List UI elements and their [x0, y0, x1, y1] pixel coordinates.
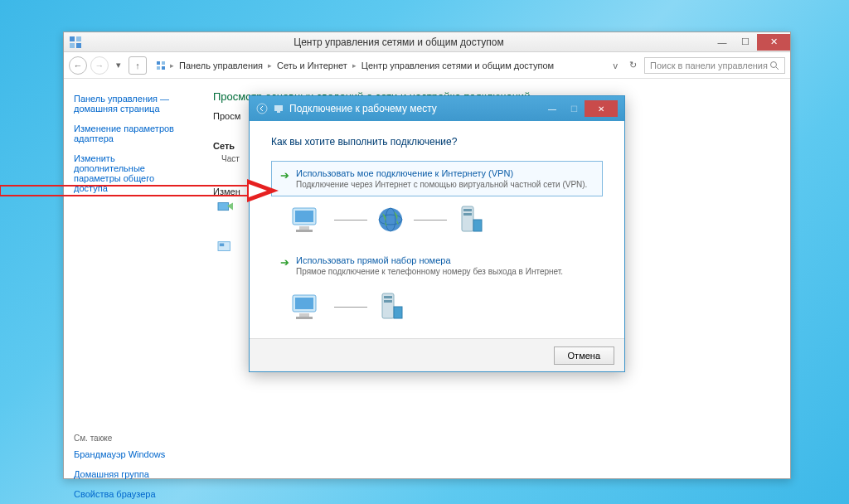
- svg-rect-29: [295, 298, 313, 309]
- option-dialup-title: Использовать прямой набор номера: [296, 255, 594, 265]
- dialog-minimize-button[interactable]: —: [541, 100, 563, 117]
- crumb-2[interactable]: Сеть и Интернет: [275, 59, 349, 72]
- dialog-title: Подключение к рабочему месту: [289, 103, 437, 114]
- maximize-button[interactable]: ☐: [734, 34, 757, 51]
- svg-rect-18: [295, 211, 313, 222]
- dialog-footer: Отмена: [250, 338, 624, 371]
- search-placeholder: Поиск в панели управления: [650, 61, 768, 70]
- dialog-maximize-button[interactable]: ☐: [563, 100, 585, 117]
- svg-line-9: [776, 67, 779, 70]
- svg-rect-3: [76, 43, 81, 48]
- crumb-3[interactable]: Центр управления сетями и общим доступом: [360, 59, 555, 72]
- see-also-homegroup[interactable]: Домашняя группа: [74, 469, 187, 479]
- up-button[interactable]: ↑: [129, 56, 147, 75]
- minimize-button[interactable]: —: [711, 34, 734, 51]
- forward-button[interactable]: →: [90, 56, 109, 75]
- search-icon: [769, 61, 779, 70]
- address-dropdown[interactable]: v: [609, 58, 623, 73]
- svg-rect-0: [70, 36, 75, 41]
- crumb-1[interactable]: Панель управления: [177, 59, 264, 72]
- computer-icon: [289, 205, 326, 235]
- svg-rect-25: [463, 209, 472, 211]
- dialog-heading: Как вы хотите выполнить подключение?: [271, 136, 603, 148]
- server-icon: [455, 203, 485, 236]
- window-title: Центр управления сетями и общим доступом: [87, 36, 711, 48]
- network-icon: [155, 60, 167, 71]
- computer-icon: [289, 292, 326, 322]
- svg-rect-33: [384, 296, 392, 298]
- history-dropdown[interactable]: ▾: [112, 57, 125, 73]
- dialog-close-button[interactable]: ✕: [585, 100, 618, 117]
- option-vpn-title: Использовать мое подключение к Интернету…: [296, 168, 594, 178]
- svg-rect-1: [76, 36, 81, 41]
- option-vpn-desc: Подключение через Интернет с помощью вир…: [296, 180, 594, 189]
- sidebar-link-home[interactable]: Панель управления — домашняя страница: [74, 94, 187, 114]
- back-arrow-icon[interactable]: [256, 103, 268, 114]
- connect-workplace-dialog: Подключение к рабочему месту — ☐ ✕ Как в…: [249, 95, 625, 372]
- arrow-icon: ➔: [280, 169, 289, 189]
- see-also-firewall[interactable]: Брандмауэр Windows: [74, 449, 187, 459]
- back-button[interactable]: ←: [69, 56, 87, 75]
- svg-rect-5: [162, 61, 165, 65]
- svg-rect-27: [473, 220, 482, 231]
- svg-rect-12: [218, 242, 230, 251]
- svg-rect-2: [70, 43, 75, 48]
- toolbar: ← → ▾ ↑ ▸ Панель управления ▸ Сеть и Инт…: [64, 52, 790, 79]
- connection-wizard-icon: [216, 200, 235, 215]
- globe-icon: [376, 205, 405, 235]
- see-also-label: См. также: [74, 434, 187, 443]
- svg-rect-31: [296, 317, 313, 319]
- svg-rect-15: [274, 105, 283, 111]
- network-center-icon: [69, 36, 82, 49]
- search-input[interactable]: Поиск в панели управления: [644, 57, 785, 74]
- svg-rect-19: [299, 226, 309, 230]
- refresh-button[interactable]: ↻: [625, 57, 641, 73]
- svg-point-21: [379, 208, 402, 231]
- close-button[interactable]: ✕: [757, 34, 790, 51]
- svg-rect-35: [394, 307, 402, 318]
- see-also-browser[interactable]: Свойства браузера: [74, 489, 187, 499]
- svg-rect-6: [157, 66, 160, 70]
- svg-rect-10: [218, 203, 229, 211]
- svg-rect-26: [463, 213, 472, 216]
- sidebar-link-sharing[interactable]: Изменить дополнительные параметры общего…: [74, 153, 187, 193]
- svg-point-14: [257, 104, 267, 114]
- server-icon: [376, 290, 405, 323]
- stub-network-label: Сеть: [213, 141, 235, 151]
- svg-rect-7: [162, 66, 165, 70]
- dialog-title-icon: [273, 103, 284, 114]
- diagram-vpn: [289, 203, 603, 236]
- svg-rect-34: [384, 300, 392, 303]
- svg-rect-16: [277, 111, 280, 113]
- troubleshoot-icon: [216, 240, 235, 254]
- option-dialup[interactable]: ➔ Использовать прямой набор номера Прямо…: [271, 248, 603, 284]
- breadcrumb: ▸ Панель управления ▸ Сеть и Интернет ▸ …: [155, 59, 606, 72]
- option-dialup-desc: Прямое подключение к телефонному номеру …: [296, 267, 594, 276]
- svg-rect-13: [220, 244, 224, 247]
- sidebar: Панель управления — домашняя страница Из…: [64, 79, 196, 478]
- diagram-dialup: [289, 290, 603, 323]
- option-vpn[interactable]: ➔ Использовать мое подключение к Интерне…: [271, 161, 603, 196]
- svg-rect-20: [296, 230, 313, 232]
- dialog-titlebar: Подключение к рабочему месту — ☐ ✕: [250, 96, 624, 121]
- arrow-icon: ➔: [280, 256, 289, 276]
- svg-point-8: [771, 61, 777, 67]
- sidebar-link-adapter[interactable]: Изменение параметров адаптера: [74, 124, 187, 143]
- titlebar: Центр управления сетями и общим доступом…: [64, 32, 790, 52]
- dialog-body: Как вы хотите выполнить подключение? ➔ И…: [250, 121, 624, 343]
- cancel-button[interactable]: Отмена: [554, 346, 614, 365]
- svg-rect-4: [157, 61, 160, 65]
- svg-rect-30: [299, 313, 309, 317]
